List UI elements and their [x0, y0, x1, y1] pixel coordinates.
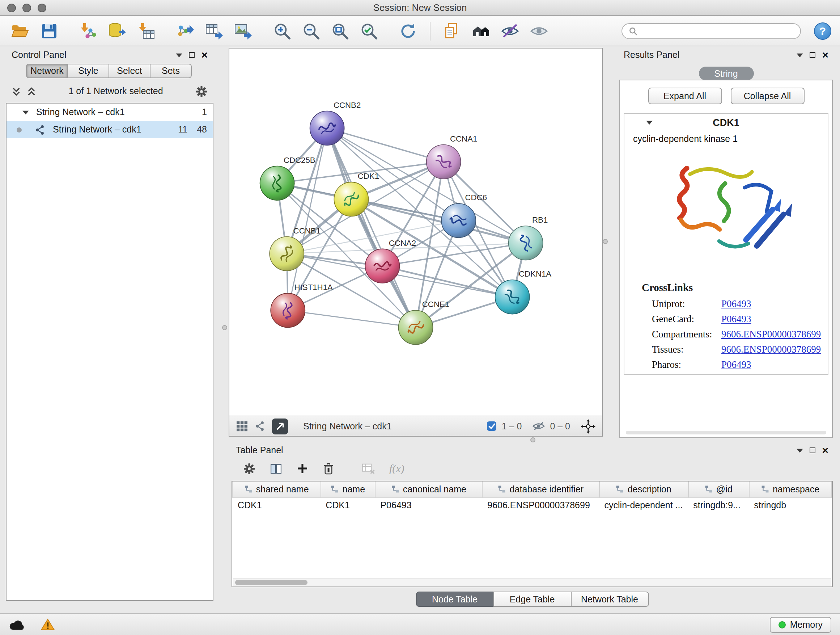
- float-panel-icon[interactable]: [810, 52, 815, 58]
- crosslink-link[interactable]: 9606.ENSP00000378699: [722, 329, 821, 340]
- crosslink-link[interactable]: P06493: [722, 298, 752, 310]
- copy-button[interactable]: [441, 19, 464, 42]
- network-edge[interactable]: [327, 128, 444, 162]
- window-close-button[interactable]: [7, 4, 16, 12]
- column-header[interactable]: database identifier: [482, 481, 599, 497]
- column-header[interactable]: description: [600, 481, 688, 497]
- close-panel-icon[interactable]: ×: [822, 50, 829, 60]
- network-node[interactable]: CDKN1A: [495, 269, 552, 314]
- network-node[interactable]: RB1: [508, 215, 548, 260]
- crosslink-label: Uniprot:: [652, 298, 722, 310]
- export-image-button[interactable]: [232, 19, 255, 42]
- cloud-icon[interactable]: [9, 619, 26, 630]
- network-node[interactable]: CCNB2: [310, 101, 361, 145]
- network-canvas[interactable]: CCNB2CCNA1CDC25BCDK1CDC6RB1CCNB1CCNA2CDK…: [229, 49, 602, 416]
- table-cell[interactable]: P06493: [375, 497, 482, 513]
- edge-count: 48: [197, 125, 207, 135]
- add-column-icon[interactable]: [297, 463, 308, 474]
- window-zoom-button[interactable]: [38, 4, 46, 12]
- refresh-view-button[interactable]: [396, 19, 420, 42]
- close-panel-icon[interactable]: ×: [822, 445, 829, 455]
- horizontal-splitter-handle[interactable]: [531, 437, 535, 442]
- column-header[interactable]: shared name: [233, 481, 321, 497]
- export-table-button[interactable]: [202, 19, 226, 42]
- search-input[interactable]: [642, 26, 794, 36]
- warning-icon[interactable]: [41, 618, 55, 631]
- column-header[interactable]: canonical name: [375, 481, 482, 497]
- table-cell[interactable]: stringdb:9...: [688, 497, 749, 513]
- import-table-file-button[interactable]: [134, 19, 158, 42]
- expand-all-button[interactable]: Expand All: [648, 88, 722, 104]
- memory-button[interactable]: Memory: [770, 616, 831, 632]
- help-button[interactable]: ?: [814, 22, 831, 40]
- pan-crosshair-icon[interactable]: [581, 419, 595, 433]
- network-options-gear-icon[interactable]: [195, 85, 208, 97]
- tab-select[interactable]: Select: [109, 64, 150, 78]
- network-collection-row[interactable]: String Network – cdk1 1: [6, 103, 213, 121]
- string-tab-badge[interactable]: String: [699, 67, 753, 80]
- table-horizontal-scrollbar[interactable]: [233, 578, 831, 586]
- network-glyph-icon[interactable]: [255, 421, 265, 432]
- network-node[interactable]: CDK1: [334, 172, 379, 216]
- vertical-splitter-handle[interactable]: [603, 239, 608, 244]
- show-graphics-details-button[interactable]: [527, 19, 551, 42]
- float-panel-icon[interactable]: [189, 52, 195, 58]
- selected-indicator-checkbox[interactable]: [487, 421, 497, 431]
- tab-node-table[interactable]: Node Table: [416, 592, 494, 607]
- crosslink-link[interactable]: P06493: [722, 359, 752, 371]
- panel-menu-icon[interactable]: [176, 52, 182, 57]
- home-button[interactable]: [470, 19, 493, 42]
- collapse-all-button[interactable]: Collapse All: [730, 88, 804, 104]
- tab-network[interactable]: Network: [26, 64, 67, 78]
- table-row[interactable]: CDK1CDK1P064939606.ENSP00000378699cyclin…: [233, 497, 832, 513]
- panel-menu-icon[interactable]: [797, 52, 803, 57]
- import-network-file-button[interactable]: [77, 19, 100, 42]
- close-panel-icon[interactable]: ×: [201, 50, 208, 60]
- network-edge[interactable]: [288, 310, 416, 327]
- tab-style[interactable]: Style: [67, 64, 109, 78]
- network-edge[interactable]: [327, 128, 416, 328]
- import-network-database-button[interactable]: [106, 19, 129, 42]
- vertical-splitter-handle[interactable]: [222, 325, 227, 330]
- delete-column-trash-icon[interactable]: [323, 462, 334, 475]
- column-header[interactable]: namespace: [749, 481, 832, 497]
- zoom-out-button[interactable]: [300, 19, 323, 42]
- hidden-elements-icon[interactable]: [532, 421, 545, 431]
- disclosure-triangle-icon[interactable]: [646, 120, 653, 125]
- expand-all-icon[interactable]: [27, 87, 36, 96]
- float-panel-icon[interactable]: [810, 448, 815, 453]
- tab-network-table[interactable]: Network Table: [570, 592, 649, 607]
- table-cell[interactable]: stringdb: [749, 497, 832, 513]
- tab-edge-table[interactable]: Edge Table: [493, 592, 571, 607]
- panel-menu-icon[interactable]: [797, 448, 803, 453]
- gene-section-header[interactable]: CDK1: [624, 114, 828, 131]
- scrollbar-thumb[interactable]: [235, 580, 308, 585]
- birds-eye-view-icon[interactable]: [236, 421, 248, 432]
- hide-annotations-button[interactable]: [499, 19, 522, 42]
- network-node[interactable]: HIST1H1A: [271, 283, 333, 327]
- network-node[interactable]: CCNA1: [426, 134, 477, 179]
- crosslink-link[interactable]: P06493: [722, 314, 752, 325]
- results-scrollbar[interactable]: [626, 431, 826, 434]
- save-session-button[interactable]: [38, 19, 61, 42]
- disclosure-triangle-icon[interactable]: [22, 110, 29, 115]
- network-row[interactable]: String Network – cdk1 11 48: [6, 121, 213, 138]
- window-minimize-button[interactable]: [22, 4, 31, 12]
- crosslink-link[interactable]: 9606.ENSP00000378699: [722, 344, 821, 356]
- table-cell[interactable]: CDK1: [321, 497, 375, 513]
- zoom-in-button[interactable]: [271, 19, 294, 42]
- open-session-button[interactable]: [9, 19, 32, 42]
- zoom-fit-button[interactable]: [328, 19, 352, 42]
- column-header[interactable]: @id: [688, 481, 749, 497]
- export-view-button[interactable]: [272, 418, 288, 434]
- table-options-gear-icon[interactable]: [243, 462, 256, 475]
- zoom-selected-button[interactable]: [357, 19, 381, 42]
- table-cell[interactable]: 9606.ENSP00000378699: [482, 497, 599, 513]
- column-header[interactable]: name: [321, 481, 375, 497]
- table-cell[interactable]: CDK1: [233, 497, 321, 513]
- show-columns-icon[interactable]: [270, 462, 282, 475]
- table-cell[interactable]: cyclin-dependent ...: [600, 497, 688, 513]
- export-network-button[interactable]: [174, 19, 197, 42]
- tab-sets[interactable]: Sets: [150, 64, 192, 78]
- collapse-all-icon[interactable]: [11, 87, 21, 96]
